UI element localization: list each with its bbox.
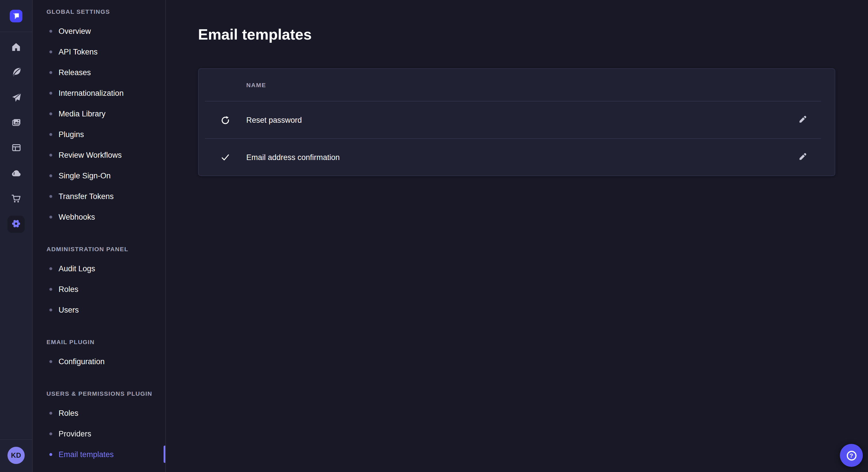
- nav-section-email-plugin: EMAIL PLUGIN: [46, 337, 165, 346]
- nav-item-up-providers[interactable]: Providers: [33, 423, 165, 444]
- bullet-icon: [50, 71, 52, 74]
- check-icon: [218, 152, 232, 162]
- pencil-icon: [798, 114, 807, 125]
- user-avatar[interactable]: KD: [7, 447, 25, 464]
- main-content: Email templates NAME Reset password: [166, 0, 868, 472]
- nav-item-email-configuration[interactable]: Configuration: [33, 351, 165, 372]
- nav-item-review-workflows[interactable]: Review Workflows: [33, 144, 165, 165]
- table-header: NAME: [198, 69, 835, 101]
- bullet-icon: [50, 411, 52, 414]
- sidebar-item-home[interactable]: [3, 35, 29, 60]
- table-row-email-confirmation[interactable]: Email address confirmation: [198, 139, 835, 175]
- main-icon-sidebar: KD: [0, 0, 33, 472]
- bullet-icon: [50, 360, 52, 363]
- table-row-reset-password[interactable]: Reset password: [198, 102, 835, 138]
- sidebar-item-settings[interactable]: [7, 216, 25, 233]
- bullet-icon: [50, 215, 52, 218]
- nav-item-webhooks[interactable]: Webhooks: [33, 206, 165, 227]
- nav-item-advanced-settings[interactable]: Advanced settings: [33, 465, 165, 472]
- bullet-icon: [50, 308, 52, 311]
- layout-icon: [11, 142, 22, 155]
- page-title: Email templates: [198, 23, 835, 46]
- question-circle-icon: ?: [846, 450, 856, 460]
- logo-area: [0, 0, 32, 32]
- nav-item-single-sign-on[interactable]: Single Sign-On: [33, 165, 165, 186]
- home-icon: [10, 41, 22, 54]
- strapi-admin-app: KD GLOBAL SETTINGS Overview API Tokens R…: [0, 0, 868, 472]
- email-templates-table: NAME Reset password: [198, 68, 835, 176]
- bullet-icon: [50, 154, 52, 156]
- sidebar-item-cloud[interactable]: [3, 161, 29, 187]
- bullet-icon: [50, 112, 52, 115]
- bullet-icon: [50, 133, 52, 136]
- cart-icon: [10, 193, 22, 206]
- paper-plane-icon: [11, 92, 22, 104]
- sidebar-bottom: KD: [0, 439, 32, 472]
- bullet-icon: [50, 267, 52, 270]
- sidebar-icon-nav: [3, 32, 29, 233]
- media-library-icon: [11, 117, 22, 130]
- nav-item-internationalization[interactable]: Internationalization: [33, 82, 165, 103]
- nav-item-overview[interactable]: Overview: [33, 21, 165, 41]
- settings-nav: GLOBAL SETTINGS Overview API Tokens Rele…: [33, 0, 166, 472]
- refresh-icon: [218, 115, 232, 125]
- nav-item-api-tokens[interactable]: API Tokens: [33, 41, 165, 62]
- cloud-icon: [10, 167, 22, 180]
- nav-item-admin-roles[interactable]: Roles: [33, 279, 165, 299]
- bullet-icon: [50, 432, 52, 435]
- nav-item-media-library[interactable]: Media Library: [33, 103, 165, 124]
- sidebar-divider: [0, 439, 32, 440]
- nav-section-administration-panel: ADMINISTRATION PANEL: [46, 244, 165, 254]
- sidebar-item-deploy[interactable]: [3, 86, 29, 111]
- sidebar-item-media-library[interactable]: [3, 111, 29, 136]
- edit-button[interactable]: [794, 148, 812, 166]
- help-button[interactable]: ?: [840, 444, 863, 467]
- pencil-icon: [798, 152, 807, 163]
- gear-icon: [11, 218, 21, 230]
- sidebar-item-content-type-builder[interactable]: [3, 136, 29, 161]
- bullet-icon: [50, 50, 52, 53]
- workspace-logo-button[interactable]: [10, 9, 22, 22]
- nav-item-transfer-tokens[interactable]: Transfer Tokens: [33, 186, 165, 206]
- bullet-icon: [50, 174, 52, 177]
- column-header-name: NAME: [246, 81, 266, 88]
- nav-section-global-settings: GLOBAL SETTINGS: [46, 7, 165, 16]
- template-name: Email address confirmation: [246, 153, 340, 162]
- nav-item-plugins[interactable]: Plugins: [33, 124, 165, 144]
- nav-item-releases[interactable]: Releases: [33, 62, 165, 82]
- active-indicator: [164, 446, 165, 463]
- nav-item-up-roles[interactable]: Roles: [33, 403, 165, 423]
- strapi-logo-icon: [10, 15, 22, 24]
- edit-button[interactable]: [794, 111, 812, 129]
- sidebar-item-marketplace[interactable]: [3, 187, 29, 212]
- template-name: Reset password: [246, 115, 302, 124]
- bullet-icon: [50, 195, 52, 198]
- nav-item-admin-users[interactable]: Users: [33, 299, 165, 320]
- bullet-icon: [50, 453, 52, 456]
- sidebar-item-content-manager[interactable]: [3, 60, 29, 86]
- bullet-icon: [50, 30, 52, 32]
- bullet-icon: [50, 288, 52, 291]
- nav-section-users-permissions-plugin: USERS & PERMISSIONS PLUGIN: [46, 389, 165, 398]
- nav-item-audit-logs[interactable]: Audit Logs: [33, 258, 165, 279]
- nav-item-email-templates[interactable]: Email templates: [33, 444, 165, 465]
- feather-icon: [11, 67, 22, 79]
- bullet-icon: [50, 92, 52, 94]
